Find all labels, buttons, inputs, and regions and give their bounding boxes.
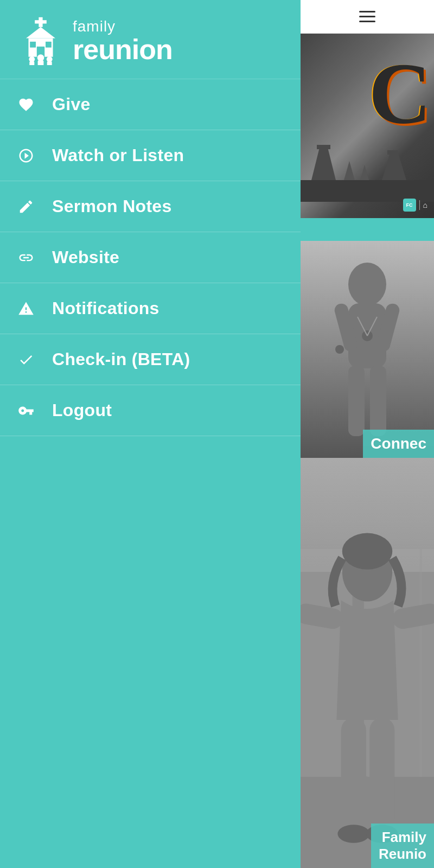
hamburger-button[interactable] xyxy=(359,11,375,22)
give-label: Give xyxy=(52,94,91,114)
nav-item-logout[interactable]: Logout xyxy=(0,385,301,436)
logo-family: family xyxy=(73,18,173,35)
logo-container: family reunion xyxy=(16,16,173,65)
connect-label: Connec xyxy=(363,430,434,458)
svg-rect-41 xyxy=(341,718,366,832)
logo-reunion: reunion xyxy=(73,35,173,63)
family-reunion-image-bg xyxy=(301,458,434,868)
nav-item-notifications[interactable]: Notifications xyxy=(0,283,301,334)
connect-image-bg xyxy=(301,241,434,458)
hero-image-panel: C FC ⌂ xyxy=(301,34,434,218)
nav-item-checkin[interactable]: Check-in (BETA) xyxy=(0,334,301,385)
hero-letter: C xyxy=(368,50,431,137)
svg-rect-27 xyxy=(370,366,386,436)
svg-rect-15 xyxy=(317,145,330,149)
svg-marker-2 xyxy=(26,27,55,39)
svg-rect-12 xyxy=(47,61,52,65)
website-label: Website xyxy=(52,247,119,267)
check-icon xyxy=(16,350,36,369)
svg-rect-10 xyxy=(38,60,44,65)
heart-icon xyxy=(16,95,36,114)
play-icon xyxy=(16,146,36,165)
svg-marker-14 xyxy=(311,148,336,180)
watch-label: Watch or Listen xyxy=(52,145,184,165)
logo-area: family reunion xyxy=(0,0,301,79)
link-icon xyxy=(16,248,36,267)
key-icon xyxy=(16,401,36,420)
svg-point-45 xyxy=(342,533,392,570)
svg-marker-19 xyxy=(360,165,369,180)
svg-rect-26 xyxy=(348,366,365,436)
hero-image-bg: C FC ⌂ xyxy=(301,34,434,218)
logo-icon xyxy=(16,16,65,65)
svg-point-31 xyxy=(335,345,344,354)
hamburger-line-2 xyxy=(359,16,375,17)
svg-marker-16 xyxy=(382,153,406,180)
svg-rect-17 xyxy=(387,150,398,155)
nav-menu: Give Watch or Listen Sermon Notes xyxy=(0,79,301,436)
svg-rect-1 xyxy=(35,20,47,23)
svg-point-9 xyxy=(37,54,44,61)
svg-marker-18 xyxy=(344,161,355,180)
top-bar xyxy=(301,0,434,34)
notifications-label: Notifications xyxy=(52,298,159,318)
fc-badge: FC xyxy=(403,199,416,212)
family-reunion-label: Family Reunio xyxy=(371,824,434,868)
hamburger-line-1 xyxy=(359,11,375,12)
connect-image-panel: Connec xyxy=(301,241,434,458)
svg-point-43 xyxy=(337,825,369,843)
checkin-label: Check-in (BETA) xyxy=(52,349,190,369)
svg-rect-5 xyxy=(30,42,36,48)
teal-divider xyxy=(301,218,434,241)
family-reunion-image-panel: Family Reunio xyxy=(301,458,434,868)
nav-item-website[interactable]: Website xyxy=(0,232,301,283)
home-icon: ⌂ xyxy=(423,201,427,209)
svg-rect-8 xyxy=(29,61,34,65)
hamburger-line-3 xyxy=(359,21,375,22)
icon-divider xyxy=(419,200,420,210)
edit-icon xyxy=(16,197,36,216)
svg-rect-6 xyxy=(46,42,52,48)
woman-figure-svg xyxy=(301,241,434,458)
svg-rect-42 xyxy=(369,718,394,832)
nav-item-sermon-notes[interactable]: Sermon Notes xyxy=(0,181,301,232)
right-panel: C FC ⌂ xyxy=(301,0,434,868)
sermon-label: Sermon Notes xyxy=(52,196,172,216)
panel1-icons: FC ⌂ xyxy=(403,199,427,212)
svg-point-22 xyxy=(348,263,386,306)
sidebar: family reunion Give Watch or Listen xyxy=(0,0,301,868)
nav-item-watch-or-listen[interactable]: Watch or Listen xyxy=(0,130,301,181)
logo-text: family reunion xyxy=(73,18,173,63)
warning-icon xyxy=(16,299,36,318)
person-figure-svg xyxy=(301,458,434,868)
logout-label: Logout xyxy=(52,400,112,420)
nav-item-give[interactable]: Give xyxy=(0,79,301,130)
